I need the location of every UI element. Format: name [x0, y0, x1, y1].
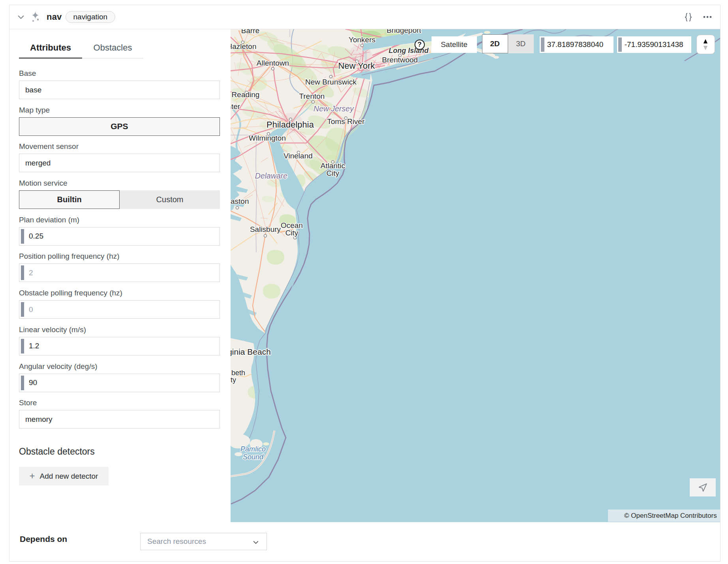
svg-text:ter: ter: [231, 102, 240, 111]
svg-text:Brentwood: Brentwood: [382, 56, 418, 64]
svg-text:Barre: Barre: [241, 29, 259, 35]
svg-text:Trenton: Trenton: [299, 92, 325, 100]
svg-text:Yonkers: Yonkers: [349, 36, 375, 44]
svg-text:Philadelphia: Philadelphia: [266, 120, 314, 130]
svg-text:City: City: [285, 229, 298, 237]
svg-text:Wilmington: Wilmington: [249, 134, 286, 142]
svg-text:Pamlico: Pamlico: [240, 445, 266, 453]
svg-text:ginia Beach: ginia Beach: [231, 347, 271, 356]
svg-text:City: City: [326, 169, 339, 177]
svg-text:Toms River: Toms River: [327, 117, 365, 126]
svg-text:New Jersey: New Jersey: [313, 104, 354, 113]
svg-text:New Brunswick: New Brunswick: [305, 78, 356, 86]
svg-text:Allentown: Allentown: [257, 59, 289, 67]
svg-text:Vineland: Vineland: [283, 152, 313, 160]
svg-text:aston: aston: [231, 197, 249, 205]
svg-text:beth: beth: [231, 369, 245, 377]
svg-text:Salisbury: Salisbury: [250, 225, 281, 233]
svg-text:Hazleton: Hazleton: [231, 42, 257, 51]
svg-text:ty: ty: [231, 376, 236, 384]
svg-text:Delaware: Delaware: [255, 171, 288, 180]
svg-text:Atlantic: Atlantic: [321, 162, 345, 170]
svg-text:Reading: Reading: [231, 90, 259, 99]
svg-text:Ocean: Ocean: [281, 221, 303, 229]
svg-text:Sound: Sound: [243, 453, 264, 461]
svg-text:Bridgeport: Bridgeport: [387, 29, 421, 34]
svg-text:New York: New York: [338, 61, 375, 71]
